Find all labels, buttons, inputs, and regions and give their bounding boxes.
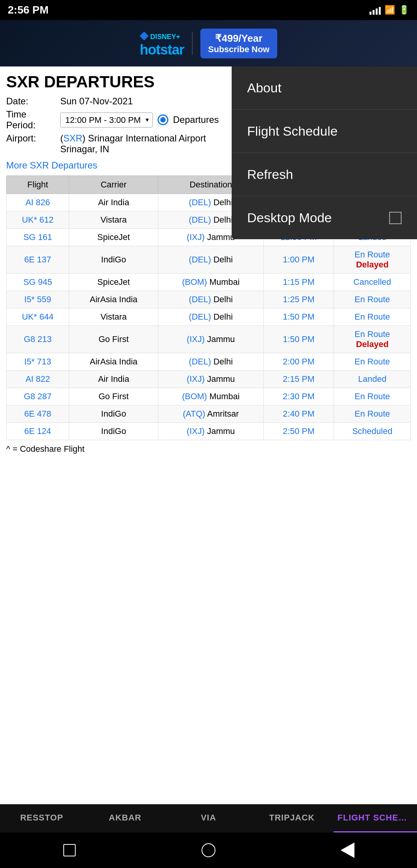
flight-number-link[interactable]: 6E 137 <box>24 255 51 264</box>
flight-time-link[interactable]: 1:15 PM <box>283 277 315 287</box>
flight-status: En Route <box>334 405 411 423</box>
status-link[interactable]: En Route <box>354 357 390 366</box>
status-link[interactable]: Scheduled <box>352 426 392 436</box>
flight-number-link[interactable]: G8 287 <box>24 391 52 401</box>
date-label: Date: <box>6 96 56 107</box>
back-button[interactable] <box>338 841 357 860</box>
time-period-select-wrapper[interactable]: 12:00 PM - 3:00 PM <box>60 112 153 128</box>
status-link[interactable]: Cancelled <box>353 277 391 287</box>
dest-code-link[interactable]: (IXJ) <box>187 374 205 384</box>
home-button[interactable] <box>199 841 218 860</box>
recent-apps-button[interactable] <box>60 841 79 860</box>
status-time: 2:56 PM <box>8 4 49 16</box>
flight-status: Scheduled <box>334 423 411 440</box>
square-icon <box>63 844 76 856</box>
col-flight: Flight <box>7 176 69 194</box>
triangle-icon <box>341 842 354 858</box>
disney-plus-label: ◆ DISNEY+ <box>140 29 184 42</box>
airport-label: Airport: <box>6 133 56 155</box>
dest-code-link[interactable]: (DEL) <box>189 357 211 366</box>
dest-code-link[interactable]: (IXJ) <box>187 334 205 344</box>
dest-code-link[interactable]: (DEL) <box>189 294 211 304</box>
flight-number-link[interactable]: I5* 559 <box>24 294 51 304</box>
flight-time-link[interactable]: 2:00 PM <box>283 357 315 366</box>
flight-number-link[interactable]: AI 822 <box>25 374 50 384</box>
bottom-nav-item-akbar[interactable]: AKBAR <box>83 804 167 832</box>
time-period-select[interactable]: 12:00 PM - 3:00 PM <box>60 112 153 128</box>
airport-name: Srinagar International Airport <box>88 133 206 143</box>
status-link[interactable]: Landed <box>358 374 386 384</box>
airport-location: Srinagar, IN <box>60 144 109 154</box>
flight-number-link[interactable]: SG 161 <box>23 232 52 242</box>
status-link[interactable]: En Route <box>354 391 390 401</box>
desktop-mode-checkbox[interactable] <box>389 212 402 224</box>
flight-status: En Route <box>334 291 411 308</box>
bottom-nav-item-flight-schedule[interactable]: FLIGHT SCHEDULE <box>334 804 417 832</box>
codeshare-note: ^ = Codeshare Flight <box>6 444 411 454</box>
dest-code-link[interactable]: (IXJ) <box>187 232 205 242</box>
ad-separator <box>192 32 193 55</box>
flight-time-link[interactable]: 2:15 PM <box>283 374 315 384</box>
flight-number-link[interactable]: SG 945 <box>23 277 52 287</box>
dest-code-link[interactable]: (IXJ) <box>187 426 205 436</box>
flight-time-link[interactable]: 1:00 PM <box>283 255 315 264</box>
dest-code-link[interactable]: (BOM) <box>182 277 207 287</box>
flight-status: En Route <box>334 308 411 326</box>
subscribe-box[interactable]: ₹499/Year Subscribe Now <box>200 29 277 58</box>
dropdown-item-about[interactable]: About <box>232 66 417 110</box>
dropdown-item-desktop-mode[interactable]: Desktop Mode <box>232 196 417 239</box>
ad-banner[interactable]: ◆ DISNEY+ hotstar ₹499/Year Subscribe No… <box>0 20 417 66</box>
android-nav-bar <box>0 832 417 868</box>
flight-time-link[interactable]: 1:25 PM <box>283 294 315 304</box>
table-row: G8 213Go First(IXJ) Jammu1:50 PMEn Route… <box>7 326 411 353</box>
table-row: UK* 644Vistara(DEL) Delhi1:50 PMEn Route <box>7 308 411 326</box>
departures-radio[interactable] <box>158 114 168 125</box>
flight-number-link[interactable]: 6E 478 <box>24 409 51 419</box>
flight-status: En RouteDelayed <box>334 246 411 274</box>
table-row: 6E 137IndiGo(DEL) Delhi1:00 PMEn RouteDe… <box>7 246 411 274</box>
flight-time-link[interactable]: 2:30 PM <box>283 391 315 401</box>
bottom-nav-item-resstop[interactable]: RESSTOP <box>0 804 83 832</box>
flight-time-link[interactable]: 2:40 PM <box>283 409 315 419</box>
more-departures-link[interactable]: More SXR Departures <box>6 160 97 171</box>
status-link[interactable]: En Route <box>354 312 390 322</box>
flight-time-link[interactable]: 2:50 PM <box>283 426 315 436</box>
ad-cta: Subscribe Now <box>208 44 270 54</box>
carrier-name: AirAsia India <box>69 353 158 371</box>
flight-number-link[interactable]: UK* 644 <box>22 312 54 322</box>
status-link[interactable]: En Route <box>354 294 390 304</box>
dest-code-link[interactable]: (DEL) <box>189 312 211 322</box>
circle-icon <box>202 843 215 857</box>
status-enroute[interactable]: En Route <box>354 250 390 259</box>
destination: (BOM) Mumbai <box>158 388 264 405</box>
dest-code-link[interactable]: (BOM) <box>182 391 207 401</box>
col-carrier: Carrier <box>69 176 158 194</box>
flight-number-link[interactable]: I5* 713 <box>24 357 51 366</box>
dest-code-link[interactable]: (DEL) <box>189 197 211 207</box>
status-delayed: Delayed <box>356 339 388 349</box>
carrier-name: Vistara <box>69 308 158 326</box>
flight-time-link[interactable]: 1:50 PM <box>283 312 315 322</box>
table-row: 6E 124IndiGo(IXJ) Jammu2:50 PMScheduled <box>7 423 411 440</box>
dropdown-item-flight-schedule[interactable]: Flight Schedule <box>232 110 417 153</box>
flight-status: Cancelled <box>334 274 411 291</box>
flight-time-link[interactable]: 1:50 PM <box>283 334 315 344</box>
dropdown-item-label: Flight Schedule <box>247 124 337 139</box>
dropdown-item-refresh[interactable]: Refresh <box>232 153 417 196</box>
dest-code-link[interactable]: (DEL) <box>189 215 211 225</box>
flight-number-link[interactable]: G8 213 <box>24 334 52 344</box>
flight-number-link[interactable]: AI 826 <box>25 197 50 207</box>
dest-code-link[interactable]: (DEL) <box>189 255 211 264</box>
dropdown-item-label: Desktop Mode <box>247 210 332 225</box>
flight-number-link[interactable]: 6E 124 <box>24 426 51 436</box>
dest-code-link[interactable]: (ATQ) <box>183 409 205 419</box>
flight-number-link[interactable]: UK* 612 <box>22 215 54 225</box>
status-bar: 2:56 PM 📶 🔋 <box>0 0 417 20</box>
bottom-nav-item-via[interactable]: VIA <box>167 804 250 832</box>
airport-code-link[interactable]: SXR <box>63 133 82 143</box>
table-row: I5* 559AirAsia India(DEL) Delhi1:25 PMEn… <box>7 291 411 308</box>
status-link[interactable]: En Route <box>354 409 390 419</box>
status-enroute[interactable]: En Route <box>354 329 390 339</box>
bottom-nav-item-tripjack[interactable]: TRIPJACK <box>250 804 334 832</box>
table-row: I5* 713AirAsia India(DEL) Delhi2:00 PMEn… <box>7 353 411 371</box>
